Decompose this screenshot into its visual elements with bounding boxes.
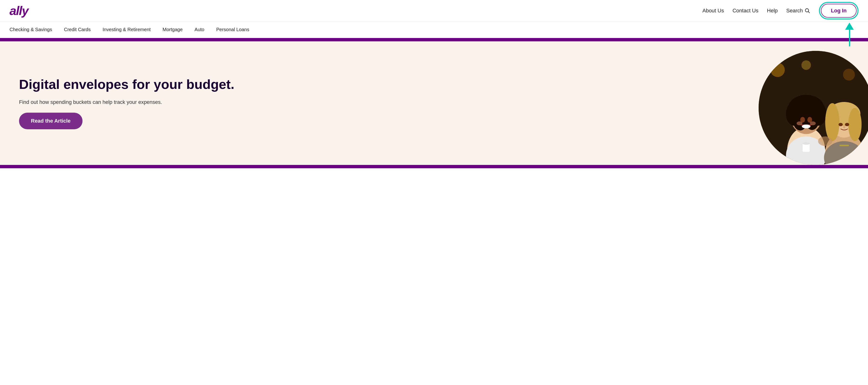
- svg-point-3: [771, 63, 785, 77]
- hero-people-illustration: [758, 51, 868, 165]
- main-navigation: Checking & Savings Credit Cards Investin…: [0, 22, 868, 38]
- svg-point-0: [805, 8, 809, 12]
- arrow-head-icon: [845, 23, 854, 30]
- login-button[interactable]: Log In: [821, 4, 857, 18]
- svg-rect-31: [839, 145, 849, 146]
- login-button-wrapper: Log In: [819, 2, 859, 20]
- svg-point-6: [855, 62, 862, 69]
- svg-point-17: [802, 125, 810, 128]
- search-icon: [804, 8, 810, 14]
- hero-image-circle: [758, 51, 868, 165]
- hero-image-area: [477, 41, 868, 165]
- about-us-link[interactable]: About Us: [703, 8, 724, 14]
- svg-point-32: [818, 136, 832, 146]
- search-wrapper[interactable]: Search: [786, 8, 810, 14]
- search-link[interactable]: Search: [786, 8, 803, 14]
- svg-point-30: [803, 142, 810, 145]
- ally-logo[interactable]: ally: [9, 4, 28, 18]
- hero-title: Digital envelopes for your budget.: [19, 77, 459, 92]
- nav-auto[interactable]: Auto: [194, 27, 204, 32]
- svg-point-18: [797, 122, 802, 125]
- svg-point-19: [810, 122, 816, 125]
- svg-point-25: [848, 108, 862, 141]
- help-link[interactable]: Help: [767, 8, 778, 14]
- svg-point-27: [845, 123, 849, 126]
- nav-investing-retirement[interactable]: Investing & Retirement: [102, 27, 151, 32]
- svg-point-28: [843, 125, 845, 129]
- svg-point-4: [801, 60, 811, 70]
- top-navigation: About Us Contact Us Help Search Log In: [703, 2, 859, 20]
- read-article-button[interactable]: Read the Article: [19, 113, 83, 129]
- purple-bottom-accent: [0, 165, 868, 168]
- svg-point-5: [843, 69, 855, 81]
- svg-point-26: [838, 123, 843, 126]
- purple-top-accent: [0, 38, 868, 41]
- top-bar: ally About Us Contact Us Help Search Log…: [0, 0, 868, 22]
- arrow-line: [849, 30, 850, 46]
- svg-point-24: [825, 103, 839, 141]
- hero-section: Digital envelopes for your budget. Find …: [0, 41, 868, 165]
- nav-personal-loans[interactable]: Personal Loans: [216, 27, 249, 32]
- nav-checking-savings[interactable]: Checking & Savings: [9, 27, 52, 32]
- hero-subtitle: Find out how spending buckets can help t…: [19, 98, 459, 106]
- contact-us-link[interactable]: Contact Us: [733, 8, 758, 14]
- svg-line-1: [808, 11, 810, 13]
- svg-rect-29: [803, 143, 810, 152]
- nav-mortgage[interactable]: Mortgage: [163, 27, 183, 32]
- hero-content: Digital envelopes for your budget. Find …: [0, 41, 477, 165]
- nav-credit-cards[interactable]: Credit Cards: [64, 27, 91, 32]
- annotation-arrow: [845, 23, 854, 46]
